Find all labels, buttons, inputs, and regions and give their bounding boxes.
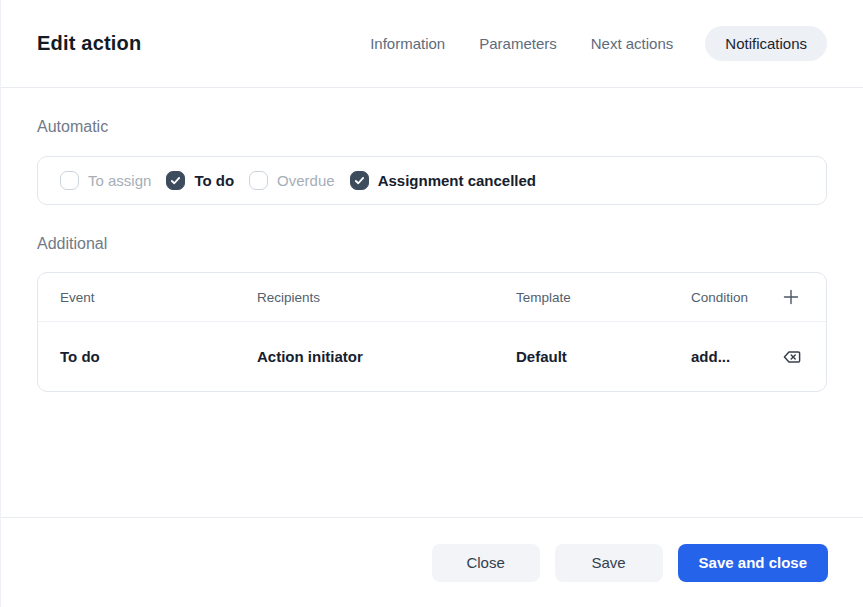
checkbox-overdue[interactable]: Overdue bbox=[249, 171, 335, 190]
close-button[interactable]: Close bbox=[432, 544, 540, 582]
checkbox-label: Assignment cancelled bbox=[378, 172, 536, 189]
save-and-close-button[interactable]: Save and close bbox=[678, 544, 828, 582]
page-title: Edit action bbox=[37, 32, 141, 55]
tab-next-actions[interactable]: Next actions bbox=[591, 26, 674, 61]
checkbox-label: To do bbox=[194, 172, 234, 189]
save-button[interactable]: Save bbox=[555, 544, 663, 582]
add-row-button[interactable] bbox=[778, 284, 804, 310]
backspace-icon bbox=[780, 346, 802, 368]
edit-action-dialog: Edit action Information Parameters Next … bbox=[0, 0, 863, 607]
checkbox-assignment-cancelled[interactable]: Assignment cancelled bbox=[350, 171, 536, 190]
cell-condition[interactable]: add... bbox=[691, 348, 778, 365]
cell-recipients[interactable]: Action initiator bbox=[257, 348, 516, 365]
cell-event[interactable]: To do bbox=[60, 348, 257, 365]
check-icon bbox=[354, 175, 365, 186]
delete-row-button[interactable] bbox=[778, 344, 804, 370]
tab-parameters[interactable]: Parameters bbox=[479, 26, 557, 61]
checkbox-label: To assign bbox=[88, 172, 151, 189]
column-recipients: Recipients bbox=[257, 290, 516, 305]
column-event: Event bbox=[60, 290, 257, 305]
tab-notifications[interactable]: Notifications bbox=[705, 26, 827, 61]
automatic-section-label: Automatic bbox=[37, 118, 827, 136]
additional-section-label: Additional bbox=[37, 235, 827, 253]
dialog-body: Automatic To assign To do Overdue bbox=[1, 88, 863, 517]
column-template: Template bbox=[516, 290, 691, 305]
automatic-events-group: To assign To do Overdue Assignment cance… bbox=[37, 156, 827, 205]
table-row: To do Action initiator Default add... bbox=[38, 322, 826, 391]
dialog-footer: Close Save Save and close bbox=[1, 517, 863, 607]
checkbox-box bbox=[350, 171, 369, 190]
additional-notifications-table: Event Recipients Template Condition To d… bbox=[37, 272, 827, 392]
checkbox-to-do[interactable]: To do bbox=[166, 171, 234, 190]
checkbox-to-assign[interactable]: To assign bbox=[60, 171, 151, 190]
tab-information[interactable]: Information bbox=[370, 26, 445, 61]
table-header-row: Event Recipients Template Condition bbox=[38, 273, 826, 322]
checkbox-box bbox=[166, 171, 185, 190]
checkbox-box bbox=[249, 171, 268, 190]
checkbox-label: Overdue bbox=[277, 172, 335, 189]
tab-bar: Information Parameters Next actions Noti… bbox=[370, 26, 827, 61]
checkbox-box bbox=[60, 171, 79, 190]
check-icon bbox=[170, 175, 181, 186]
column-condition: Condition bbox=[691, 290, 778, 305]
dialog-header: Edit action Information Parameters Next … bbox=[1, 0, 863, 88]
cell-template[interactable]: Default bbox=[516, 348, 691, 365]
plus-icon bbox=[781, 287, 801, 307]
